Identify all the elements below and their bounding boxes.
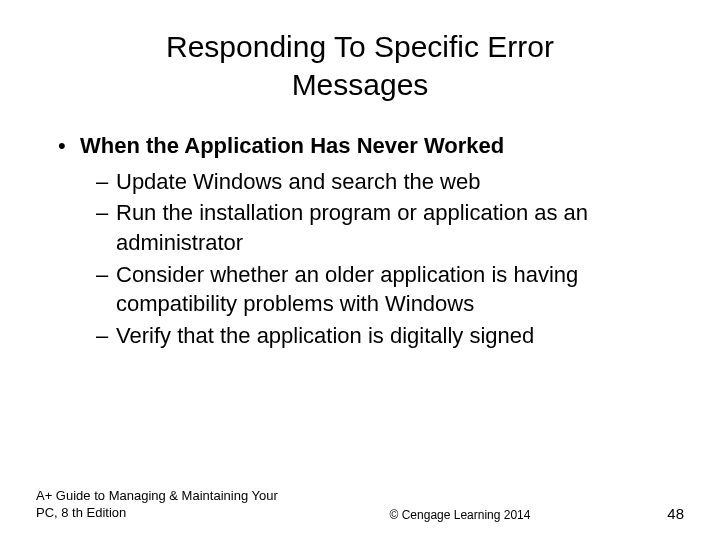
footer-copyright: © Cengage Learning 2014: [296, 508, 624, 522]
page-number: 48: [624, 505, 684, 522]
list-item-text: Run the installation program or applicat…: [116, 200, 588, 255]
section-heading-text: When the Application Has Never Worked: [80, 133, 504, 158]
slide-footer: A+ Guide to Managing & Maintaining Your …: [0, 488, 720, 522]
section-heading: When the Application Has Never Worked: [58, 131, 684, 161]
list-item: Run the installation program or applicat…: [96, 198, 684, 257]
footer-book-title: A+ Guide to Managing & Maintaining Your …: [36, 488, 296, 522]
list-item: Consider whether an older application is…: [96, 260, 684, 319]
sub-bullet-list: Update Windows and search the web Run th…: [58, 167, 684, 351]
list-item-text: Verify that the application is digitally…: [116, 323, 534, 348]
list-item-text: Update Windows and search the web: [116, 169, 480, 194]
title-line-2: Messages: [292, 68, 429, 101]
list-item: Update Windows and search the web: [96, 167, 684, 197]
content-body: When the Application Has Never Worked Up…: [36, 131, 684, 351]
title-line-1: Responding To Specific Error: [166, 30, 554, 63]
slide-title: Responding To Specific Error Messages: [36, 28, 684, 103]
list-item: Verify that the application is digitally…: [96, 321, 684, 351]
list-item-text: Consider whether an older application is…: [116, 262, 578, 317]
